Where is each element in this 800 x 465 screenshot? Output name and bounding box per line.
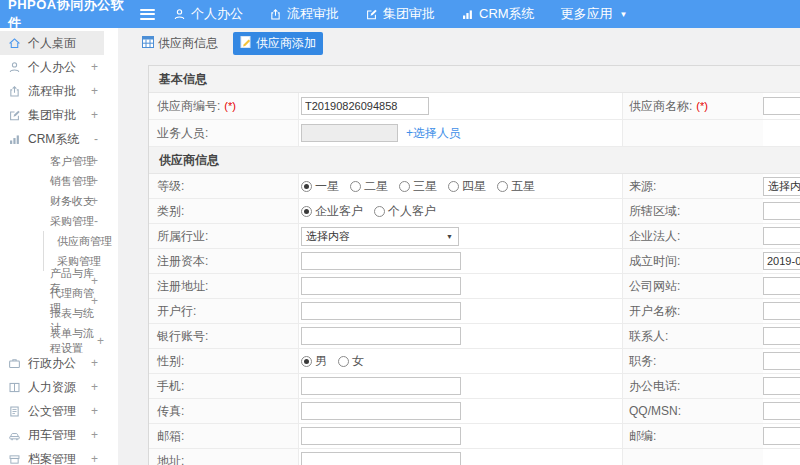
staff-input[interactable] [301, 124, 398, 142]
section-header-supplier-info: 供应商信息 [149, 147, 800, 174]
sidebar-item-workflow-approval[interactable]: 流程审批 + [0, 79, 104, 103]
sidebar-item-sales-mgmt[interactable]: 销售管理 + [0, 171, 104, 191]
car-icon [8, 428, 22, 442]
supplier-code-input[interactable] [301, 97, 429, 115]
sidebar-item-personal-office[interactable]: 个人办公 + [0, 55, 104, 79]
gender-option-female[interactable]: 女 [338, 353, 364, 370]
topnav-crm[interactable]: CRM系统 [461, 5, 535, 23]
form-row: 注册地址: 公司网站: [149, 274, 800, 299]
form-row: 性别: 男 女 职务: [149, 349, 800, 374]
select-person-link[interactable]: +选择人员 [406, 125, 461, 142]
radio-icon [497, 181, 508, 192]
sidebar-item-supplier-mgmt[interactable]: 供应商管理 [44, 231, 118, 251]
source-label: 来源: [629, 178, 656, 195]
legal-person-input[interactable] [763, 227, 800, 245]
category-option-personal[interactable]: 个人客户 [374, 203, 436, 220]
zip-input[interactable] [763, 427, 800, 445]
bank-input[interactable] [301, 302, 461, 320]
qq-msn-input[interactable] [763, 402, 800, 420]
sidebar-item-document-mgmt[interactable]: 公文管理 + [0, 399, 104, 423]
topnav-group-approval[interactable]: 集团审批 [365, 5, 435, 23]
grade-option-5star[interactable]: 五星 [497, 178, 535, 195]
category-label: 类别: [157, 203, 184, 220]
sidebar-item-hr[interactable]: 人力资源 + [0, 375, 104, 399]
topbar: PHPOA协同办公软件 个人办公 流程审批 集团审批 CRM系统 更多应用 ▼ [0, 0, 800, 28]
topnav-more-apps[interactable]: 更多应用 ▼ [561, 5, 628, 23]
gender-label: 性别: [157, 353, 184, 370]
supplier-name-input[interactable] [763, 97, 800, 115]
fax-label: 传真: [157, 403, 184, 420]
form-row: 手机: 办公电话: [149, 374, 800, 399]
radio-checked-icon [301, 181, 312, 192]
topnav-personal-office[interactable]: 个人办公 [173, 5, 243, 23]
supplier-form-panel: 基本信息 供应商编号: (*) 供应商名称: (*) 业务人员: [148, 65, 800, 465]
radio-checked-icon [301, 356, 312, 367]
table-icon [142, 36, 154, 51]
capital-input[interactable] [301, 252, 461, 270]
grade-option-4star[interactable]: 四星 [448, 178, 486, 195]
upload-icon [269, 8, 282, 21]
office-phone-input[interactable] [763, 377, 800, 395]
category-option-company[interactable]: 企业客户 [301, 203, 363, 220]
tab-supplier-info[interactable]: 供应商信息 [135, 32, 225, 55]
edit-icon [8, 108, 22, 122]
top-nav: 个人办公 流程审批 集团审批 CRM系统 更多应用 ▼ [173, 5, 628, 23]
form-row: 邮箱: 邮编: [149, 424, 800, 449]
sidebar-item-purchase-mgmt[interactable]: 采购管理 - [0, 211, 104, 231]
topnav-workflow-approval[interactable]: 流程审批 [269, 5, 339, 23]
source-select[interactable]: 选择内容▼ [763, 177, 800, 196]
founded-date-label: 成立时间: [629, 253, 680, 270]
grade-option-1star[interactable]: 一星 [301, 178, 339, 195]
position-input[interactable] [763, 352, 800, 370]
supplier-code-label: 供应商编号: [157, 98, 220, 115]
sidebar-item-finance[interactable]: 财务收支 + [0, 191, 104, 211]
add-page-icon [240, 36, 252, 51]
qq-msn-label: QQ/MSN: [629, 404, 681, 418]
mobile-input[interactable] [301, 377, 461, 395]
sidebar-item-archive-mgmt[interactable]: 档案管理 + [0, 447, 104, 465]
founded-date-input[interactable] [763, 252, 800, 270]
tab-bar: 供应商信息 供应商添加 [118, 28, 800, 58]
industry-select[interactable]: 选择内容▼ [301, 227, 459, 246]
contact-label: 联系人: [629, 328, 668, 345]
edit-icon [365, 8, 378, 21]
region-input[interactable] [763, 202, 800, 220]
account-name-input[interactable] [763, 302, 800, 320]
reg-address-input[interactable] [301, 277, 461, 295]
contact-input[interactable] [763, 327, 800, 345]
radio-icon [399, 181, 410, 192]
radio-checked-icon [301, 206, 312, 217]
menu-toggle-icon[interactable] [140, 9, 155, 20]
email-input[interactable] [301, 427, 461, 445]
form-row: 供应商编号: (*) 供应商名称: (*) [149, 93, 800, 120]
address-label: 地址: [157, 453, 184, 465]
capital-label: 注册资本: [157, 253, 208, 270]
sidebar-item-admin-office[interactable]: 行政办公 + [0, 351, 104, 375]
address-input[interactable] [301, 452, 461, 465]
user-icon [8, 60, 22, 74]
sidebar: 个人桌面 个人办公 + 流程审批 + 集团审批 + CRM系统 - 客户管理 +… [0, 28, 118, 465]
sidebar-item-vehicle-mgmt[interactable]: 用车管理 + [0, 423, 104, 447]
grade-option-2star[interactable]: 二星 [350, 178, 388, 195]
tab-supplier-add[interactable]: 供应商添加 [233, 32, 323, 55]
supplier-name-label: 供应商名称: [629, 98, 692, 115]
website-label: 公司网站: [629, 278, 680, 295]
legal-person-label: 企业法人: [629, 228, 680, 245]
upload-icon [8, 84, 22, 98]
grade-option-3star[interactable]: 三星 [399, 178, 437, 195]
sidebar-item-form-workflow-settings[interactable]: 表单与流程设置 + [0, 331, 104, 351]
bank-account-label: 银行账号: [157, 328, 208, 345]
sidebar-item-group-approval[interactable]: 集团审批 + [0, 103, 104, 127]
fax-input[interactable] [301, 402, 461, 420]
sidebar-item-crm[interactable]: CRM系统 - [0, 127, 104, 151]
region-label: 所辖区域: [629, 203, 680, 220]
radio-icon [350, 181, 361, 192]
document-icon [8, 404, 22, 418]
gender-option-male[interactable]: 男 [301, 353, 327, 370]
website-input[interactable] [763, 277, 800, 295]
sidebar-item-personal-desktop[interactable]: 个人桌面 [0, 31, 104, 55]
sidebar-item-customer-mgmt[interactable]: 客户管理 + [0, 151, 104, 171]
caret-down-icon: ▼ [620, 10, 628, 19]
form-row: 银行账号: 联系人: [149, 324, 800, 349]
bank-account-input[interactable] [301, 327, 461, 345]
